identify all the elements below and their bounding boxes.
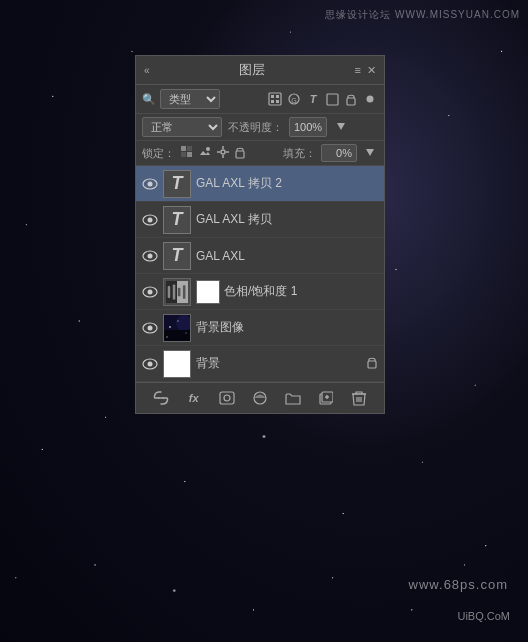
add-group-button[interactable]	[283, 388, 303, 408]
search-icon: 🔍	[142, 93, 156, 106]
watermark-bottom2: UiBQ.CoM	[457, 610, 510, 622]
svg-rect-48	[368, 361, 376, 368]
svg-point-24	[148, 181, 153, 186]
collapse-icon[interactable]: «	[144, 65, 150, 76]
layer-name: GAL AXL 拷贝 2	[196, 175, 378, 192]
svg-marker-22	[366, 149, 374, 156]
add-mask-button[interactable]	[217, 388, 237, 408]
blend-mode-select[interactable]: 正常	[142, 117, 222, 137]
layer-visibility-toggle[interactable]	[142, 248, 158, 264]
svg-point-38	[148, 325, 153, 330]
filter-adjustment-icon[interactable]: G	[286, 91, 302, 107]
svg-point-28	[148, 253, 153, 258]
svg-point-16	[221, 150, 225, 154]
layer-name: 背景图像	[196, 319, 378, 336]
panel-title: 图层	[239, 61, 265, 79]
layer-visibility-toggle[interactable]	[142, 284, 158, 300]
layer-item[interactable]: T GAL AXL 拷贝	[136, 202, 384, 238]
layer-visibility-toggle[interactable]	[142, 212, 158, 228]
watermark-top: 思缘设计论坛 WWW.MISSYUAN.COM	[325, 8, 520, 22]
layer-visibility-toggle[interactable]	[142, 356, 158, 372]
svg-rect-41	[164, 330, 191, 342]
layer-visibility-toggle[interactable]	[142, 320, 158, 336]
filter-dot-icon[interactable]	[362, 91, 378, 107]
svg-rect-35	[178, 287, 181, 295]
svg-rect-13	[181, 152, 186, 157]
filter-lock-icon[interactable]	[343, 91, 359, 107]
svg-point-43	[177, 320, 179, 322]
svg-point-44	[185, 332, 186, 333]
svg-point-30	[148, 289, 153, 294]
svg-marker-10	[337, 123, 345, 130]
svg-point-26	[148, 217, 153, 222]
fx-button[interactable]: fx	[184, 388, 204, 408]
delete-layer-button[interactable]	[349, 388, 369, 408]
blend-row: 正常 不透明度：	[136, 114, 384, 141]
layer-name: GAL AXL 拷贝	[196, 211, 378, 228]
svg-point-45	[166, 336, 168, 338]
panel-close-icon[interactable]: ✕	[367, 64, 376, 77]
opacity-label: 不透明度：	[228, 120, 283, 135]
fill-input[interactable]	[321, 144, 357, 162]
link-layers-button[interactable]	[151, 388, 171, 408]
lock-transparent-icon[interactable]	[180, 145, 194, 162]
svg-rect-33	[168, 286, 171, 298]
svg-point-47	[148, 361, 153, 366]
svg-rect-0	[269, 93, 281, 105]
adj-layer-content: 色相/饱和度 1	[196, 280, 378, 304]
filter-shape-icon[interactable]	[324, 91, 340, 107]
lock-all-icon[interactable]	[234, 145, 246, 162]
svg-rect-36	[183, 285, 186, 299]
layer-visibility-toggle[interactable]	[142, 176, 158, 192]
panel-toolbar: fx	[136, 382, 384, 413]
layer-name: 色相/饱和度 1	[224, 283, 378, 300]
svg-rect-50	[220, 392, 234, 404]
layer-item[interactable]: 色相/饱和度 1	[136, 274, 384, 310]
svg-rect-3	[271, 100, 274, 103]
layer-thumbnail	[163, 314, 191, 342]
layer-item[interactable]: 背景	[136, 346, 384, 382]
svg-rect-1	[271, 95, 274, 98]
adj-mask-thumb	[196, 280, 220, 304]
layer-thumbnail: T	[163, 206, 191, 234]
opacity-input[interactable]	[289, 117, 327, 137]
opacity-expand-icon[interactable]	[333, 119, 349, 135]
filter-row: 🔍 类型 G T	[136, 85, 384, 114]
lock-row: 锁定：	[136, 141, 384, 166]
lock-label: 锁定：	[142, 146, 175, 161]
lock-icons	[180, 145, 246, 162]
filter-pixel-icon[interactable]	[267, 91, 283, 107]
layer-item[interactable]: T GAL AXL	[136, 238, 384, 274]
layer-thumbnail: T	[163, 170, 191, 198]
layer-thumbnail	[163, 278, 191, 306]
svg-point-51	[224, 395, 230, 401]
layer-item[interactable]: T GAL AXL 拷贝 2	[136, 166, 384, 202]
filter-type-icon[interactable]: T	[305, 91, 321, 107]
fill-label: 填充：	[283, 146, 316, 161]
svg-point-9	[367, 96, 374, 103]
fill-expand-icon[interactable]	[362, 145, 378, 161]
panel-menu-icon[interactable]: ≡	[355, 64, 361, 76]
new-layer-button[interactable]	[316, 388, 336, 408]
layers-panel: « 图层 ≡ ✕ 🔍 类型	[135, 55, 385, 414]
svg-point-15	[206, 147, 210, 151]
svg-rect-7	[327, 94, 338, 105]
filter-select[interactable]: 类型	[160, 89, 220, 109]
svg-rect-31	[166, 281, 177, 303]
layer-item[interactable]: 背景图像	[136, 310, 384, 346]
lock-position-icon[interactable]	[216, 145, 230, 162]
svg-rect-12	[187, 146, 192, 151]
svg-rect-21	[236, 151, 244, 158]
svg-rect-34	[173, 284, 176, 299]
layer-thumbnail	[163, 350, 191, 378]
layer-lock-icon	[366, 355, 378, 372]
layer-thumbnail: T	[163, 242, 191, 270]
panel-titlebar: « 图层 ≡ ✕	[136, 56, 384, 85]
svg-rect-2	[276, 95, 279, 98]
watermark-bottom: www.68ps.com	[409, 577, 508, 592]
layer-name: GAL AXL	[196, 249, 378, 263]
layers-list: T GAL AXL 拷贝 2 T GAL AXL 拷贝 T	[136, 166, 384, 382]
layer-name: 背景	[196, 355, 361, 372]
add-adjustment-button[interactable]	[250, 388, 270, 408]
lock-image-icon[interactable]	[198, 145, 212, 162]
